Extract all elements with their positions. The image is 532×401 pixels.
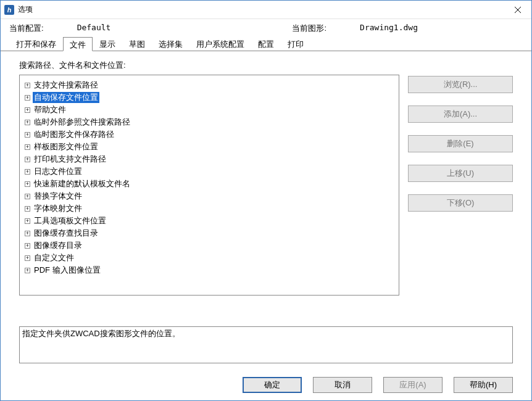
current-drawing-label: 当前图形: [292, 23, 326, 34]
titlebar: h 选项 [1, 1, 531, 19]
expand-icon[interactable]: + [25, 194, 30, 199]
close-button[interactable] [504, 1, 531, 19]
tree-item[interactable]: +打印机支持文件路径 [22, 153, 396, 165]
app-icon: h [4, 5, 14, 15]
tab-1[interactable]: 文件 [63, 37, 93, 51]
footer: 确定 取消 应用(A) 帮助(H) [1, 370, 531, 400]
expand-icon[interactable]: + [25, 132, 30, 138]
tree-item-label: 临时图形文件保存路径 [33, 129, 115, 140]
tab-0[interactable]: 打开和保存 [9, 36, 63, 51]
expand-icon[interactable]: + [25, 231, 30, 236]
expand-icon[interactable]: + [25, 181, 30, 187]
current-profile-value: Default [77, 23, 111, 34]
tree-item-label: 自定义文件 [33, 252, 75, 263]
tree-item-label: 支持文件搜索路径 [33, 80, 99, 91]
tree-item-label: PDF 输入图像位置 [33, 265, 102, 276]
browse-button[interactable]: 浏览(R)... [408, 76, 513, 93]
tab-2[interactable]: 显示 [93, 36, 122, 51]
tree-item-label: 临时外部参照文件搜索路径 [33, 117, 131, 128]
tree-item-label: 打印机支持文件路径 [33, 154, 107, 165]
tab-3[interactable]: 草图 [122, 36, 152, 51]
tree-item[interactable]: +PDF 输入图像位置 [22, 264, 396, 276]
tree-item[interactable]: +自动保存文件位置 [22, 91, 396, 104]
section-label: 搜索路径、文件名和文件位置: [19, 60, 513, 71]
tree-item[interactable]: +帮助文件 [22, 104, 396, 116]
expand-icon[interactable]: + [25, 83, 30, 88]
options-dialog: h 选项 当前配置: Default 当前图形: Drawing1.dwg 打开… [0, 0, 532, 401]
tree-item[interactable]: +图像缓存查找目录 [22, 227, 396, 239]
window-title: 选项 [18, 4, 33, 15]
tree-view[interactable]: +支持文件搜索路径+自动保存文件位置+帮助文件+临时外部参照文件搜索路径+临时图… [19, 75, 399, 296]
delete-button[interactable]: 删除(E) [408, 135, 513, 152]
tree-item-label: 样板图形文件位置 [33, 141, 99, 152]
tree-item-label: 字体映射文件 [33, 203, 83, 214]
tree-item[interactable]: +快速新建的默认模板文件名 [22, 178, 396, 190]
tree-item[interactable]: +图像缓存目录 [22, 239, 396, 252]
expand-icon[interactable]: + [25, 218, 30, 224]
tree-item[interactable]: +样板图形文件位置 [22, 141, 396, 153]
tab-4[interactable]: 选择集 [152, 36, 189, 51]
expand-icon[interactable]: + [25, 107, 30, 113]
tree-item[interactable]: +工具选项板文件位置 [22, 215, 396, 227]
apply-button[interactable]: 应用(A) [383, 377, 443, 393]
expand-icon[interactable]: + [25, 169, 30, 175]
expand-icon[interactable]: + [25, 255, 30, 261]
header-row: 当前配置: Default 当前图形: Drawing1.dwg [1, 19, 531, 35]
expand-icon[interactable]: + [25, 144, 30, 150]
tree-item[interactable]: +日志文件位置 [22, 165, 396, 178]
add-button[interactable]: 添加(A)... [408, 105, 513, 123]
tree-item[interactable]: +自定义文件 [22, 252, 396, 264]
tree-item-label: 帮助文件 [33, 104, 67, 115]
expand-icon[interactable]: + [25, 243, 30, 249]
tree-item[interactable]: +支持文件搜索路径 [22, 79, 396, 91]
tree-item-label: 工具选项板文件位置 [33, 215, 107, 226]
expand-icon[interactable]: + [25, 206, 30, 212]
tree-item-label: 自动保存文件位置 [33, 92, 99, 103]
tab-6[interactable]: 配置 [251, 36, 281, 51]
tree-item[interactable]: +临时外部参照文件搜索路径 [22, 116, 396, 128]
move-down-button[interactable]: 下移(O) [408, 194, 513, 212]
tree-item-label: 日志文件位置 [33, 166, 83, 177]
tree-item-label: 图像缓存查找目录 [33, 228, 99, 239]
tree-item[interactable]: +临时图形文件保存路径 [22, 128, 396, 141]
tab-content-files: 搜索路径、文件名和文件位置: +支持文件搜索路径+自动保存文件位置+帮助文件+临… [1, 51, 531, 370]
side-buttons: 浏览(R)... 添加(A)... 删除(E) 上移(U) 下移(O) [408, 75, 513, 310]
tree-item[interactable]: +替换字体文件 [22, 190, 396, 202]
help-button[interactable]: 帮助(H) [454, 377, 513, 393]
expand-icon[interactable]: + [25, 95, 30, 101]
expand-icon[interactable]: + [25, 268, 30, 273]
current-profile-label: 当前配置: [9, 23, 44, 34]
tree-item[interactable]: +字体映射文件 [22, 202, 396, 215]
tab-5[interactable]: 用户系统配置 [189, 36, 251, 51]
ok-button[interactable]: 确定 [243, 377, 302, 393]
expand-icon[interactable]: + [25, 157, 30, 162]
tree-item-label: 替换字体文件 [33, 191, 83, 202]
tree-item-label: 快速新建的默认模板文件名 [33, 178, 131, 189]
close-icon [514, 6, 522, 14]
expand-icon[interactable]: + [25, 120, 30, 125]
current-drawing-value: Drawing1.dwg [360, 23, 418, 34]
move-up-button[interactable]: 上移(U) [408, 165, 513, 182]
tree-item-label: 图像缓存目录 [33, 240, 83, 251]
cancel-button[interactable]: 取消 [313, 377, 372, 393]
tabbar: 打开和保存文件显示草图选择集用户系统配置配置打印 [1, 36, 531, 51]
tab-7[interactable]: 打印 [281, 36, 310, 51]
description-box: 指定文件夹供ZWCAD搜索图形文件的位置。 [19, 326, 513, 363]
